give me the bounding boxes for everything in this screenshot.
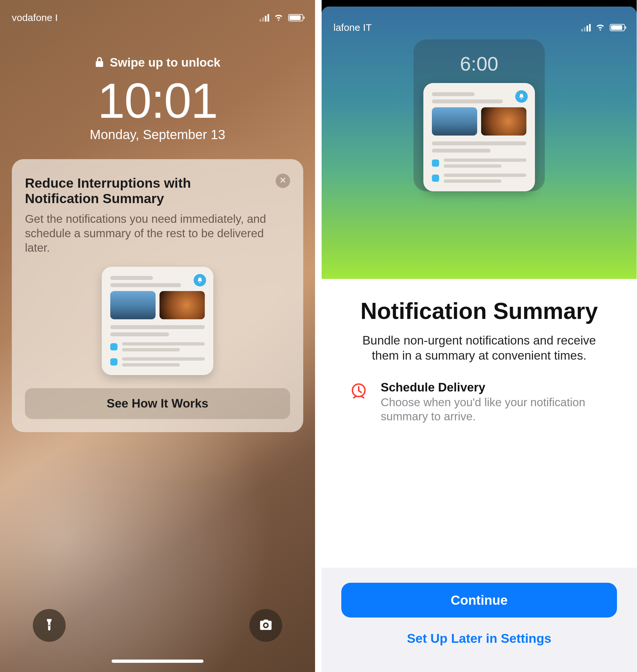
continue-label: Continue <box>451 593 507 608</box>
status-right <box>581 22 625 34</box>
clock-icon <box>348 381 369 402</box>
lock-screen: vodafone I Swipe up to unlock 10:01 Mond… <box>0 0 315 672</box>
cellular-signal-icon <box>260 14 269 22</box>
mini-phone-time: 6:00 <box>423 53 535 75</box>
wifi-icon <box>274 12 284 24</box>
setup-later-link[interactable]: Set Up Later in Settings <box>341 631 617 646</box>
setup-sheet: lafone IT 6:00 <box>322 6 637 672</box>
notification-summary-card: Reduce Interruptions with Notification S… <box>12 159 303 432</box>
unlock-row: Swipe up to unlock <box>0 56 315 70</box>
clock-date: Monday, September 13 <box>0 127 315 142</box>
mini-phone-illustration: 6:00 <box>414 39 545 191</box>
carrier-label: lafone IT <box>333 22 372 33</box>
flashlight-icon <box>42 618 56 633</box>
see-how-it-works-button[interactable]: See How It Works <box>25 388 290 419</box>
home-indicator[interactable] <box>112 659 203 663</box>
hero-panel: 6:00 <box>322 6 637 279</box>
continue-button[interactable]: Continue <box>341 583 617 618</box>
status-bar-right: lafone IT <box>322 10 637 36</box>
setup-later-label: Set Up Later in Settings <box>407 631 551 646</box>
wifi-icon <box>595 22 605 34</box>
status-right <box>260 12 303 24</box>
bell-icon <box>515 90 528 103</box>
summary-illustration <box>423 83 535 191</box>
status-bar-left: vodafone I <box>0 0 315 26</box>
feature-name: Schedule Delivery <box>381 381 611 395</box>
camera-icon <box>259 618 273 633</box>
card-title: Reduce Interruptions with Notification S… <box>25 176 290 206</box>
illustration-thumb-planet <box>160 291 205 319</box>
camera-button[interactable] <box>250 609 282 642</box>
sheet-title: Notification Summary <box>345 298 614 324</box>
sheet-footer: Continue Set Up Later in Settings <box>322 568 637 672</box>
battery-icon <box>288 14 303 21</box>
flashlight-button[interactable] <box>33 609 66 642</box>
feature-schedule-delivery: Schedule Delivery Choose when you'd like… <box>345 381 614 424</box>
sheet-content: Notification Summary Bundle non-urgent n… <box>322 279 637 424</box>
clock-block: 10:01 Monday, September 13 <box>0 76 315 142</box>
lock-icon <box>94 56 104 69</box>
see-how-label: See How It Works <box>107 397 208 411</box>
notification-summary-setup: lafone IT 6:00 <box>322 0 637 672</box>
close-button[interactable] <box>276 174 290 188</box>
cellular-signal-icon <box>581 24 591 32</box>
clock-time: 10:01 <box>0 76 315 125</box>
close-icon <box>279 177 286 185</box>
battery-icon <box>610 24 625 31</box>
summary-illustration <box>102 267 213 375</box>
illustration-thumb-landscape <box>432 107 477 135</box>
carrier-label: vodafone I <box>12 12 58 23</box>
card-body: Get the notifications you need immediate… <box>25 212 290 255</box>
unlock-label: Swipe up to unlock <box>110 56 220 70</box>
feature-subtitle: Choose when you'd like your notification… <box>381 395 611 424</box>
illustration-thumb-planet <box>481 107 526 135</box>
bell-icon <box>194 274 206 287</box>
illustration-thumb-landscape <box>110 291 156 319</box>
sheet-description: Bundle non-urgent notifications and rece… <box>345 333 614 364</box>
